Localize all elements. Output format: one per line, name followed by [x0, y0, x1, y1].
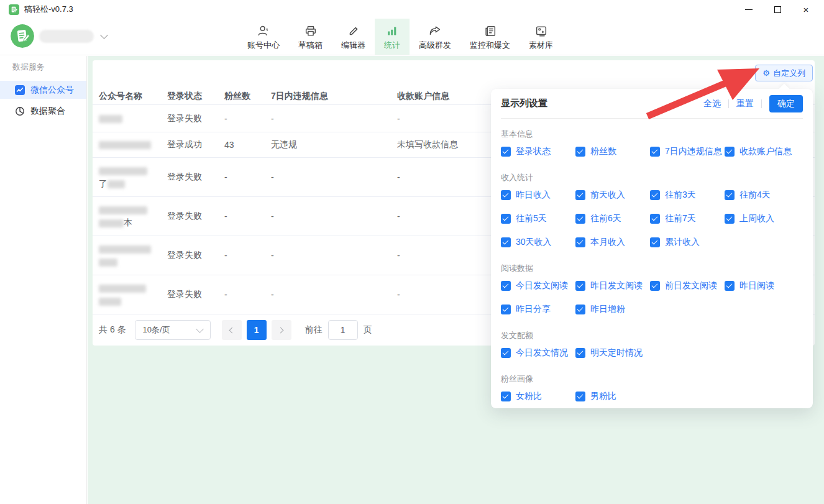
- checkbox-label: 今日发文阅读: [516, 280, 568, 291]
- checkbox-checked-icon[interactable]: [575, 392, 585, 401]
- maximize-button[interactable]: [763, 0, 792, 19]
- column-header: 公众号名称: [99, 91, 167, 102]
- minimize-button[interactable]: [735, 0, 763, 19]
- checkbox-label: 明天定时情况: [590, 347, 643, 359]
- checkbox-checked-icon[interactable]: [725, 147, 735, 157]
- checkbox-checked-icon[interactable]: [501, 348, 511, 358]
- nav-tab-account-center[interactable]: 账号中心: [238, 19, 289, 55]
- column-checkbox-item[interactable]: 昨日分享: [501, 298, 575, 321]
- column-checkbox-item[interactable]: 往前7天: [650, 207, 725, 231]
- bar-chart-icon: [385, 23, 399, 38]
- nav-tab-group-send[interactable]: 高级群发: [410, 19, 460, 55]
- checkbox-checked-icon[interactable]: [650, 281, 660, 291]
- redacted-blob: [108, 180, 125, 188]
- nav-tab-material-library[interactable]: 素材库: [520, 19, 562, 55]
- sidebar-item-data-aggregation[interactable]: 数据聚合: [0, 102, 86, 120]
- checkbox-checked-icon[interactable]: [725, 281, 735, 291]
- media-icon: [534, 23, 548, 38]
- column-settings-popup: 显示列设置 全选 重置 确定 基本信息登录状态粉丝数7日内违规信息收款账户信息收…: [491, 89, 813, 408]
- column-checkbox-item[interactable]: 登录状态: [501, 140, 575, 163]
- goto-page-input[interactable]: [328, 320, 358, 340]
- column-checkbox-item[interactable]: 昨日发文阅读: [575, 274, 650, 298]
- column-checkbox-item[interactable]: 前日发文阅读: [650, 274, 725, 298]
- checkbox-checked-icon[interactable]: [650, 237, 660, 247]
- fans-count: -: [224, 211, 271, 221]
- checkbox-checked-icon[interactable]: [650, 214, 660, 224]
- nav-tab-monitor[interactable]: 监控和爆文: [460, 19, 520, 55]
- pie-chart-icon: [15, 106, 25, 116]
- violations: -: [271, 114, 397, 124]
- checkbox-label: 女粉比: [516, 391, 542, 402]
- column-checkbox-item[interactable]: 30天收入: [501, 231, 575, 254]
- checkbox-checked-icon[interactable]: [501, 281, 511, 291]
- close-button[interactable]: ×: [792, 0, 820, 19]
- page-size-select[interactable]: 10条/页: [135, 320, 211, 340]
- checkbox-checked-icon[interactable]: [650, 147, 660, 157]
- column-checkbox-item[interactable]: 今日发文情况: [501, 341, 575, 365]
- sidebar-group-title: 数据服务: [0, 56, 86, 78]
- column-checkbox-item[interactable]: 昨日阅读: [725, 274, 799, 298]
- top-nav: 账号中心草稿箱编辑器统计高级群发监控和爆文素材库: [238, 19, 562, 55]
- column-checkbox-item[interactable]: 往前6天: [575, 207, 650, 231]
- checkbox-checked-icon[interactable]: [575, 214, 585, 224]
- fans-count: -: [224, 172, 271, 182]
- checkbox-label: 累计收入: [665, 237, 700, 248]
- column-checkbox-item[interactable]: 收款账户信息: [725, 140, 799, 163]
- column-checkbox-item[interactable]: 上周收入: [725, 207, 799, 231]
- column-checkbox-item[interactable]: 前天收入: [575, 183, 650, 207]
- login-status: 登录失败: [167, 289, 224, 300]
- column-checkbox-item[interactable]: 昨日增粉: [575, 298, 650, 321]
- next-page-button[interactable]: [272, 320, 291, 340]
- column-checkbox-item[interactable]: 男粉比: [575, 385, 650, 408]
- checkbox-checked-icon[interactable]: [725, 190, 735, 200]
- user-account-switcher[interactable]: [11, 24, 107, 48]
- column-checkbox-item[interactable]: 累计收入: [650, 231, 725, 254]
- column-checkbox-item[interactable]: 往前5天: [501, 207, 575, 231]
- popup-section-title: 基本信息: [501, 129, 803, 140]
- checkbox-checked-icon[interactable]: [501, 214, 511, 224]
- avatar: [11, 24, 34, 48]
- nav-tab-editor[interactable]: 编辑器: [332, 19, 375, 55]
- checkbox-checked-icon[interactable]: [501, 305, 511, 314]
- column-checkbox-item[interactable]: 今日发文阅读: [501, 274, 575, 298]
- column-checkbox-item[interactable]: 往前4天: [725, 183, 799, 207]
- checkbox-checked-icon[interactable]: [575, 281, 585, 291]
- app-header: 账号中心草稿箱编辑器统计高级群发监控和爆文素材库: [0, 19, 824, 55]
- checkbox-checked-icon[interactable]: [575, 237, 585, 247]
- checkbox-checked-icon[interactable]: [501, 237, 511, 247]
- violations: -: [271, 172, 397, 182]
- sidebar-item-wechat-official-account[interactable]: 微信公众号: [0, 81, 86, 99]
- redacted-blob: [99, 245, 151, 254]
- column-checkbox-item[interactable]: 明天定时情况: [575, 341, 650, 365]
- select-all-link[interactable]: 全选: [703, 98, 721, 109]
- reset-link[interactable]: 重置: [736, 98, 754, 109]
- nav-tab-statistics[interactable]: 统计: [375, 19, 410, 55]
- checkbox-checked-icon[interactable]: [501, 190, 511, 200]
- checkbox-checked-icon[interactable]: [575, 190, 585, 200]
- popup-section-grid: 今日发文阅读昨日发文阅读前日发文阅读昨日阅读昨日分享昨日增粉: [501, 274, 803, 321]
- column-checkbox-item[interactable]: 7日内违规信息: [650, 140, 725, 163]
- checkbox-checked-icon[interactable]: [575, 147, 585, 157]
- column-checkbox-item[interactable]: 往前3天: [650, 183, 725, 207]
- column-checkbox-item[interactable]: 粉丝数: [575, 140, 650, 163]
- goto-label: 前往: [305, 324, 323, 336]
- page-number-current[interactable]: 1: [247, 320, 267, 340]
- checkbox-checked-icon[interactable]: [575, 305, 585, 314]
- chevron-left-icon: [229, 327, 236, 333]
- column-checkbox-item[interactable]: 本月收入: [575, 231, 650, 254]
- account-name-redacted: 了: [99, 164, 167, 190]
- customize-columns-button[interactable]: ⚙ 自定义列: [755, 65, 813, 81]
- fans-count: -: [224, 114, 271, 124]
- column-checkbox-item[interactable]: 昨日收入: [501, 183, 575, 207]
- popup-title: 显示列设置: [501, 98, 703, 109]
- checkbox-label: 本月收入: [590, 237, 625, 248]
- confirm-button[interactable]: 确定: [769, 95, 803, 112]
- prev-page-button[interactable]: [222, 320, 242, 340]
- checkbox-checked-icon[interactable]: [501, 392, 511, 401]
- checkbox-checked-icon[interactable]: [501, 147, 511, 157]
- nav-tab-drafts[interactable]: 草稿箱: [289, 19, 332, 55]
- checkbox-checked-icon[interactable]: [650, 190, 660, 200]
- checkbox-checked-icon[interactable]: [575, 348, 585, 358]
- column-checkbox-item[interactable]: 女粉比: [501, 385, 575, 408]
- checkbox-checked-icon[interactable]: [725, 214, 735, 224]
